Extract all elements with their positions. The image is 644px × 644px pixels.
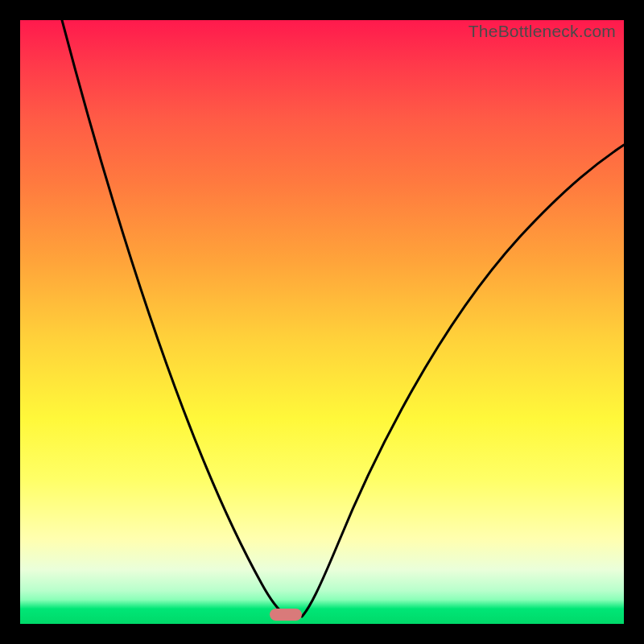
bottleneck-marker bbox=[270, 609, 302, 621]
curve-right bbox=[302, 145, 624, 617]
watermark-text: TheBottleneck.com bbox=[469, 22, 616, 41]
chart-frame: TheBottleneck.com bbox=[20, 20, 624, 624]
curve-left bbox=[62, 20, 287, 617]
bottleneck-curve bbox=[20, 20, 624, 624]
